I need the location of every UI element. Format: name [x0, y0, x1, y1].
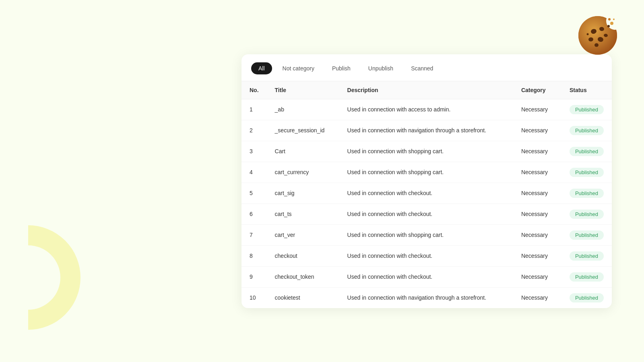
- row-category: Necessary: [513, 287, 561, 308]
- row-title: _ab: [267, 99, 339, 120]
- filter-tab-scanned[interactable]: Scanned: [404, 62, 440, 74]
- row-status: Published: [561, 141, 612, 162]
- row-category: Necessary: [513, 183, 561, 204]
- row-status: Published: [561, 204, 612, 224]
- table-header-row: No.TitleDescriptionCategoryStatus: [242, 81, 612, 99]
- left-panel: [0, 0, 233, 362]
- row-number: 7: [242, 224, 267, 245]
- table-row[interactable]: 4cart_currencyUsed in connection with sh…: [242, 162, 612, 183]
- cookie-icon: [576, 12, 620, 56]
- row-status: Published: [561, 287, 612, 308]
- row-description: Used in connection with checkout.: [339, 266, 513, 287]
- svg-point-10: [587, 33, 589, 35]
- row-number: 1: [242, 99, 267, 120]
- row-category: Necessary: [513, 224, 561, 245]
- row-number: 6: [242, 204, 267, 224]
- table-col-title: Title: [267, 81, 339, 99]
- status-badge: Published: [570, 210, 604, 219]
- table-col-category: Category: [513, 81, 561, 99]
- row-description: Used in connection with navigation throu…: [339, 287, 513, 308]
- row-category: Necessary: [513, 266, 561, 287]
- table-col-no-: No.: [242, 81, 267, 99]
- filter-tab-not-category[interactable]: Not category: [275, 62, 322, 74]
- row-title: cart_ts: [267, 204, 339, 224]
- table-row[interactable]: 8checkoutUsed in connection with checkou…: [242, 245, 612, 266]
- svg-point-13: [613, 19, 615, 20]
- row-title: Cart: [267, 141, 339, 162]
- status-badge: Published: [570, 230, 604, 240]
- row-category: Necessary: [513, 120, 561, 141]
- row-category: Necessary: [513, 162, 561, 183]
- main-headline: [32, 32, 209, 80]
- row-number: 10: [242, 287, 267, 308]
- row-title: _secure_session_id: [267, 120, 339, 141]
- table-row[interactable]: 10cookietestUsed in connection with navi…: [242, 287, 612, 308]
- row-description: Used in connection with checkout.: [339, 245, 513, 266]
- row-category: Necessary: [513, 204, 561, 224]
- filter-tab-publish[interactable]: Publish: [325, 62, 358, 74]
- row-number: 9: [242, 266, 267, 287]
- row-title: cart_ver: [267, 224, 339, 245]
- row-status: Published: [561, 266, 612, 287]
- row-number: 8: [242, 245, 267, 266]
- row-description: Used in connection with access to admin.: [339, 99, 513, 120]
- row-description: Used in connection with checkout.: [339, 183, 513, 204]
- row-category: Necessary: [513, 141, 561, 162]
- row-status: Published: [561, 162, 612, 183]
- table-row[interactable]: 5cart_sigUsed in connection with checkou…: [242, 183, 612, 204]
- table-row[interactable]: 6cart_tsUsed in connection with checkout…: [242, 204, 612, 224]
- table-row[interactable]: 7cart_verUsed in connection with shoppin…: [242, 224, 612, 245]
- status-badge: Published: [570, 251, 604, 261]
- row-description: Used in connection with shopping cart.: [339, 162, 513, 183]
- table-col-description: Description: [339, 81, 513, 99]
- row-title: checkout: [267, 245, 339, 266]
- row-number: 4: [242, 162, 267, 183]
- svg-point-7: [594, 43, 599, 47]
- row-number: 2: [242, 120, 267, 141]
- filter-bar: AllNot categoryPublishUnpublishScanned: [242, 54, 612, 81]
- row-category: Necessary: [513, 245, 561, 266]
- status-badge: Published: [570, 168, 604, 177]
- status-badge: Published: [570, 272, 604, 282]
- row-title: cart_currency: [267, 162, 339, 183]
- arc-decoration: [0, 225, 80, 330]
- status-badge: Published: [570, 126, 604, 135]
- svg-point-11: [610, 22, 613, 25]
- table-row[interactable]: 1_abUsed in connection with access to ad…: [242, 99, 612, 120]
- table-row[interactable]: 3CartUsed in connection with shopping ca…: [242, 141, 612, 162]
- table-row[interactable]: 2_secure_session_idUsed in connection wi…: [242, 120, 612, 141]
- status-badge: Published: [570, 189, 604, 198]
- row-status: Published: [561, 245, 612, 266]
- right-panel: AllNot categoryPublishUnpublishScanned N…: [233, 0, 644, 362]
- table-row[interactable]: 9checkout_tokenUsed in connection with c…: [242, 266, 612, 287]
- status-badge: Published: [570, 105, 604, 114]
- row-status: Published: [561, 224, 612, 245]
- svg-point-12: [608, 18, 611, 21]
- svg-point-9: [607, 25, 610, 27]
- row-status: Published: [561, 183, 612, 204]
- status-badge: Published: [570, 293, 604, 302]
- table-col-status: Status: [561, 81, 612, 99]
- row-status: Published: [561, 99, 612, 120]
- data-table: No.TitleDescriptionCategoryStatus 1_abUs…: [242, 81, 612, 308]
- row-status: Published: [561, 120, 612, 141]
- row-number: 5: [242, 183, 267, 204]
- row-description: Used in connection with navigation throu…: [339, 120, 513, 141]
- page-layout: AllNot categoryPublishUnpublishScanned N…: [0, 0, 644, 362]
- table-body: 1_abUsed in connection with access to ad…: [242, 99, 612, 308]
- table-card: AllNot categoryPublishUnpublishScanned N…: [242, 54, 612, 308]
- row-title: cookietest: [267, 287, 339, 308]
- row-description: Used in connection with shopping cart.: [339, 141, 513, 162]
- filter-tab-unpublish[interactable]: Unpublish: [361, 62, 400, 74]
- status-badge: Published: [570, 147, 604, 156]
- row-category: Necessary: [513, 99, 561, 120]
- row-number: 3: [242, 141, 267, 162]
- row-description: Used in connection with shopping cart.: [339, 224, 513, 245]
- row-description: Used in connection with checkout.: [339, 204, 513, 224]
- filter-tab-all[interactable]: All: [251, 62, 272, 74]
- row-title: cart_sig: [267, 183, 339, 204]
- row-title: checkout_token: [267, 266, 339, 287]
